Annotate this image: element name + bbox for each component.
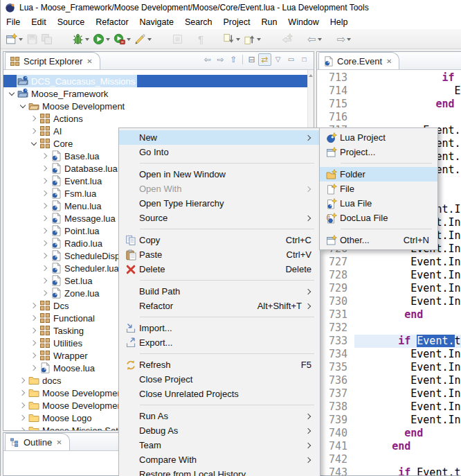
minimize-icon[interactable]: ▭ xyxy=(284,54,298,65)
submenu-item[interactable]: File xyxy=(320,182,437,196)
dropdown-caret-icon[interactable] xyxy=(257,38,261,43)
dropdown-caret-icon[interactable] xyxy=(347,38,351,43)
link-with-editor-icon[interactable]: ⇄ xyxy=(258,53,271,66)
code-text[interactable] xyxy=(354,453,461,466)
code-text[interactable]: if Event.initiator then xyxy=(354,71,461,85)
code-line[interactable]: 716 xyxy=(317,111,461,124)
code-line[interactable]: 736 Event.IniUnit = UNIT:FindByName( Eve… xyxy=(317,374,461,387)
submenu-item[interactable]: Lua File xyxy=(320,196,437,211)
expander-icon[interactable] xyxy=(17,399,28,412)
dropdown-caret-icon[interactable] xyxy=(106,38,110,43)
forward-icon[interactable]: ⇨ xyxy=(214,54,227,65)
tab-core-event[interactable]: Core.Event ✕ xyxy=(318,52,399,69)
menubar-item[interactable]: Source xyxy=(52,16,91,28)
code-line[interactable]: 734 Event.IniDCSUnit = Event.target xyxy=(317,348,461,361)
code-text[interactable] xyxy=(354,111,461,124)
code-line[interactable]: 732 xyxy=(317,321,461,335)
tree-item[interactable]: Moose_Framework xyxy=(3,87,314,100)
code-line[interactable]: 738 Event.IniDCSGroup = Event.IniDCSUnit… xyxy=(317,400,461,414)
code-text[interactable]: Event.IniDCSGroupName = Event.IniDCSGrou… xyxy=(354,269,461,282)
run-last-icon[interactable] xyxy=(112,30,133,47)
code-line[interactable]: 741 end xyxy=(317,440,461,453)
context-menu-item[interactable]: Go Into xyxy=(119,145,320,159)
menubar-item[interactable]: Help xyxy=(325,16,354,28)
code-line[interactable]: 735 Event.IniDCSUnitName = Event.IniDCSU… xyxy=(317,361,461,374)
menubar-item[interactable]: Navigate xyxy=(134,16,179,28)
expander-icon[interactable] xyxy=(39,212,50,224)
context-menu-item[interactable]: Open in New Window xyxy=(119,167,320,182)
dropdown-caret-icon[interactable] xyxy=(147,38,152,43)
submenu-item[interactable]: DocLua File xyxy=(320,211,437,225)
context-menu-item[interactable]: Import... xyxy=(119,321,320,335)
expander-icon[interactable] xyxy=(39,274,50,287)
expander-icon[interactable] xyxy=(28,362,39,374)
code-text[interactable]: Event.IniGroupName = Event.IniDCSGroup:g… xyxy=(354,414,461,427)
dropdown-caret-icon[interactable] xyxy=(127,38,131,43)
tab-outline[interactable]: Outline ✕ xyxy=(5,433,70,450)
code-line[interactable]: 740 end xyxy=(317,427,461,440)
submenu-item[interactable]: Other... Ctrl+N xyxy=(320,233,437,247)
code-text[interactable]: end xyxy=(354,308,461,321)
context-menu-item[interactable]: Source xyxy=(119,211,320,225)
expander-icon[interactable] xyxy=(28,349,39,362)
debug-icon[interactable] xyxy=(71,30,91,47)
view-menu-icon[interactable]: ▽ xyxy=(271,54,284,65)
expander-icon[interactable] xyxy=(39,287,50,299)
new-wizard-icon[interactable] xyxy=(4,30,25,47)
menubar-item[interactable]: Edit xyxy=(26,16,52,28)
code-line[interactable]: 742 xyxy=(317,453,461,466)
expander-icon[interactable] xyxy=(39,249,50,262)
collapse-all-icon[interactable]: ⊟ xyxy=(245,54,258,65)
menubar-item[interactable]: Window xyxy=(282,16,324,28)
code-line[interactable]: 715 end xyxy=(317,98,461,111)
next-annotation-icon[interactable] xyxy=(222,30,242,47)
context-menu-item[interactable]: Restore from Local History... xyxy=(119,467,320,476)
code-text[interactable]: Event.IniUnit = UNIT:FindByName( Event.I… xyxy=(354,374,461,387)
tree-item[interactable]: Actions xyxy=(3,112,314,125)
expander-icon[interactable] xyxy=(6,87,17,100)
close-icon[interactable]: ✕ xyxy=(386,58,392,65)
code-text[interactable]: end xyxy=(354,427,461,440)
last-edit-location-icon[interactable] xyxy=(280,30,294,47)
context-menu-item[interactable]: Delete Delete xyxy=(119,262,320,276)
context-menu-item[interactable]: Debug As xyxy=(119,423,320,438)
code-text[interactable]: Event.IniDCSUnitName = Event.IniDCSUnit:… xyxy=(354,361,461,374)
dropdown-caret-icon[interactable] xyxy=(19,38,23,43)
expander-icon[interactable] xyxy=(39,237,50,249)
dropdown-caret-icon[interactable] xyxy=(85,38,89,43)
expander-icon[interactable] xyxy=(39,175,50,187)
context-menu-item[interactable]: Compare With xyxy=(119,452,320,467)
code-text[interactable]: Event.IniDCSGroup = Event.IniDCSUnit:get… xyxy=(354,256,461,269)
code-text[interactable]: Event.IniGroupName = Event.IniDCSGroupNa… xyxy=(354,282,461,295)
expander-icon[interactable] xyxy=(28,324,39,337)
code-text[interactable]: end xyxy=(354,98,461,111)
context-menu-item[interactable]: Run As xyxy=(119,409,320,423)
expander-icon[interactable] xyxy=(28,312,39,324)
back-icon[interactable]: ⇦ xyxy=(201,54,214,65)
expander-icon[interactable] xyxy=(28,125,39,137)
code-text[interactable]: Event.IniDCSUnit = Event.target xyxy=(354,348,461,361)
submenu-item[interactable]: Lua Project xyxy=(320,130,437,145)
code-text[interactable]: Event.IniDCSGroup = Event.IniDCSUnit:get… xyxy=(354,400,461,414)
code-line[interactable]: 739 Event.IniGroupName = Event.IniDCSGro… xyxy=(317,414,461,427)
expander-icon[interactable] xyxy=(28,337,39,349)
context-menu-item[interactable]: Close Unrelated Projects xyxy=(119,387,320,401)
code-text[interactable]: Event.IniUnitName = Event.IniDCSUnitName xyxy=(354,387,461,400)
expander-icon[interactable] xyxy=(39,187,50,200)
prev-annotation-icon[interactable] xyxy=(242,30,263,47)
menubar-item[interactable]: Search xyxy=(179,16,218,28)
code-line[interactable]: 729 Event.IniGroupName = Event.IniDCSGro… xyxy=(317,282,461,295)
menubar-item[interactable]: Run xyxy=(255,16,282,28)
context-menu-item[interactable]: Team xyxy=(119,438,320,452)
tree-item[interactable]: Moose Development xyxy=(3,100,314,112)
save-all-icon[interactable] xyxy=(39,30,54,47)
maximize-icon[interactable]: □ xyxy=(298,54,311,65)
close-icon[interactable]: ✕ xyxy=(87,58,92,65)
run-icon[interactable] xyxy=(91,30,112,47)
forward-icon[interactable]: ⇨ xyxy=(324,30,354,47)
context-menu-item[interactable]: Close Project xyxy=(119,372,320,387)
code-line[interactable]: 728 Event.IniDCSGroupName = Event.IniDCS… xyxy=(317,269,461,282)
code-line[interactable]: 727 Event.IniDCSGroup = Event.IniDCSUnit… xyxy=(317,256,461,269)
save-icon[interactable] xyxy=(25,30,39,47)
highlighter-icon[interactable] xyxy=(133,30,154,47)
